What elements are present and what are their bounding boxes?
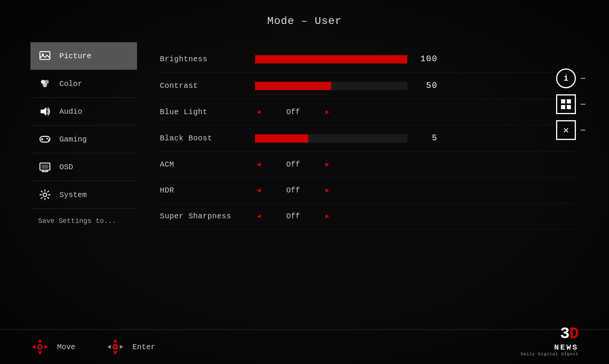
osd-icon xyxy=(38,160,52,174)
blue-light-arrow-right[interactable]: ► xyxy=(324,108,331,116)
logo-3d: 3 D xyxy=(521,325,579,343)
super-sharpness-arrow-right[interactable]: ► xyxy=(324,213,331,220)
sidebar: Picture Color xyxy=(30,42,137,329)
sidebar-item-system-label: System xyxy=(59,191,87,199)
svg-rect-0 xyxy=(40,52,50,60)
svg-marker-25 xyxy=(113,351,118,355)
hdr-label: HDR xyxy=(160,186,244,195)
svg-marker-19 xyxy=(38,351,42,355)
brightness-control[interactable]: 100 xyxy=(255,54,579,64)
info-dash: – xyxy=(580,73,586,84)
black-boost-control[interactable]: 5 xyxy=(255,134,579,143)
svg-marker-26 xyxy=(107,345,111,349)
close-icon-row: ✕ – xyxy=(556,120,586,140)
info-button[interactable]: i xyxy=(556,68,576,88)
svg-marker-27 xyxy=(120,345,124,349)
acm-arrow-right[interactable]: ► xyxy=(324,161,331,168)
acm-selector: ◄ Off ► xyxy=(255,160,579,169)
gaming-icon xyxy=(38,132,52,146)
info-icon-row: i – xyxy=(556,68,586,88)
brightness-fill xyxy=(255,55,407,64)
contrast-slider[interactable] xyxy=(255,82,407,90)
blue-light-label: Blue Light xyxy=(160,108,244,116)
contrast-control[interactable]: 50 xyxy=(255,81,579,91)
black-boost-label: Black Boost xyxy=(160,134,244,143)
brightness-row: Brightness 100 xyxy=(160,46,579,73)
super-sharpness-control: ◄ Off ► xyxy=(255,212,579,221)
move-action: Move xyxy=(30,337,75,356)
enter-action: Enter xyxy=(106,337,155,356)
sidebar-item-color-label: Color xyxy=(59,79,82,88)
black-boost-slider[interactable] xyxy=(255,134,407,143)
logo-number: 3 xyxy=(560,325,569,343)
grid-dash: – xyxy=(580,99,586,110)
svg-point-17 xyxy=(43,193,46,196)
grid-button[interactable] xyxy=(556,94,576,114)
svg-marker-21 xyxy=(45,345,48,349)
contrast-row: Contrast 50 xyxy=(160,73,579,99)
svg-marker-5 xyxy=(41,107,46,116)
hdr-arrow-right[interactable]: ► xyxy=(324,187,331,194)
move-label: Move xyxy=(57,343,75,351)
enter-dpad xyxy=(106,337,125,356)
audio-icon xyxy=(38,105,52,118)
svg-point-4 xyxy=(43,83,47,87)
sidebar-item-picture-label: Picture xyxy=(59,52,91,60)
sidebar-item-gaming[interactable]: Gaming xyxy=(30,126,137,153)
save-settings-button[interactable]: Save Settings to... xyxy=(30,210,137,232)
svg-marker-24 xyxy=(113,339,118,343)
hdr-arrow-left[interactable]: ◄ xyxy=(255,187,263,194)
grid-icon xyxy=(561,99,571,109)
brightness-slider[interactable] xyxy=(255,55,407,64)
blue-light-selector: ◄ Off ► xyxy=(255,108,579,116)
svg-point-23 xyxy=(38,345,42,349)
contrast-fill xyxy=(255,82,331,90)
right-icons-panel: i – – ✕ – xyxy=(556,68,586,140)
blue-light-control: ◄ Off ► xyxy=(255,108,579,116)
sidebar-item-audio-label: Audio xyxy=(59,107,82,116)
sidebar-item-osd[interactable]: OSD xyxy=(30,153,137,181)
move-dpad xyxy=(30,337,49,356)
logo-d: D xyxy=(569,325,579,343)
system-icon xyxy=(38,188,52,202)
svg-point-11 xyxy=(48,139,49,141)
hdr-value: Off xyxy=(278,186,308,195)
brand-logo: 3 D NEWS Daily Digital Digest xyxy=(521,325,579,356)
acm-value: Off xyxy=(278,160,308,169)
super-sharpness-row: Super Sharpness ◄ Off ► xyxy=(160,203,579,229)
acm-control: ◄ Off ► xyxy=(255,160,579,169)
contrast-label: Contrast xyxy=(160,81,244,90)
picture-icon xyxy=(38,49,52,63)
black-boost-fill xyxy=(255,134,308,143)
page-title: Mode – User xyxy=(0,0,609,35)
acm-row: ACM ◄ Off ► xyxy=(160,152,579,178)
grid-icon-row: – xyxy=(556,94,586,114)
black-boost-value: 5 xyxy=(415,134,438,143)
blue-light-row: Blue Light ◄ Off ► xyxy=(160,99,579,125)
sidebar-item-audio[interactable]: Audio xyxy=(30,98,137,126)
logo-news: NEWS xyxy=(521,343,579,352)
color-icon xyxy=(38,77,52,91)
sidebar-item-system[interactable]: System xyxy=(30,181,137,209)
sidebar-item-picture[interactable]: Picture xyxy=(30,42,137,70)
super-sharpness-arrow-left[interactable]: ◄ xyxy=(255,213,263,220)
svg-point-30 xyxy=(114,346,116,348)
super-sharpness-value: Off xyxy=(278,212,308,221)
acm-arrow-left[interactable]: ◄ xyxy=(255,161,263,168)
footer: Move Enter 3 D NEWS xyxy=(0,329,609,364)
super-sharpness-label: Super Sharpness xyxy=(160,212,244,221)
contrast-value: 50 xyxy=(415,81,438,91)
sidebar-item-color[interactable]: Color xyxy=(30,70,137,98)
sidebar-item-gaming-label: Gaming xyxy=(59,135,87,144)
hdr-selector: ◄ Off ► xyxy=(255,186,579,195)
brightness-label: Brightness xyxy=(160,55,244,64)
svg-marker-18 xyxy=(38,339,42,343)
super-sharpness-selector: ◄ Off ► xyxy=(255,212,579,221)
svg-rect-16 xyxy=(41,164,49,168)
blue-light-arrow-left[interactable]: ◄ xyxy=(255,108,263,116)
hdr-row: HDR ◄ Off ► xyxy=(160,178,579,203)
sidebar-item-osd-label: OSD xyxy=(59,163,73,172)
close-dash: – xyxy=(580,125,586,135)
close-button[interactable]: ✕ xyxy=(556,120,576,140)
acm-label: ACM xyxy=(160,160,244,169)
